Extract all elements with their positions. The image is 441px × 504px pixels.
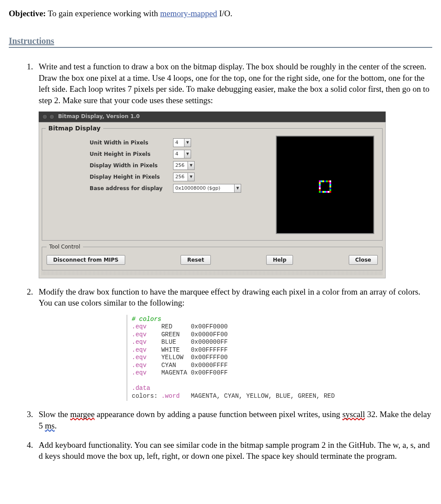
row-display-width: Display Width in Pixels 256 ▼: [90, 161, 271, 170]
select-value: 0x10008000 ($gp): [174, 185, 234, 192]
row-base-address: Base address for display 0x10008000 ($gp…: [90, 184, 271, 193]
select-display-height[interactable]: 256 ▼: [173, 173, 195, 181]
step-2: Modify the draw box function to have the…: [35, 286, 432, 401]
row-unit-height: Unit Height in Pixels 4 ▼: [90, 150, 271, 158]
step-3d: .: [54, 421, 57, 430]
tool-control-fieldset: Tool Control Disconnect from MIPS Reset …: [42, 243, 383, 270]
label-unit-width: Unit Width in Pixels: [90, 139, 173, 146]
window-title: Bitmap Display, Version 1.0: [58, 113, 140, 120]
step-3: Slow the margee appearance down by addin…: [35, 409, 432, 431]
chevron-down-icon: ▼: [184, 139, 191, 147]
step-1: Write and test a function to draw a box …: [35, 61, 432, 278]
bitmap-display-fieldset: Bitmap Display Unit Width in Pixels 4 ▼: [42, 124, 383, 241]
bitmap-display-window: Bitmap Display, Version 1.0 Bitmap Displ…: [39, 112, 386, 278]
chevron-down-icon: ▼: [184, 150, 191, 158]
settings-panel: Unit Width in Pixels 4 ▼ Unit Height in …: [46, 136, 271, 195]
window-body: Bitmap Display Unit Width in Pixels 4 ▼: [39, 122, 386, 278]
misspelling-margee: margee: [70, 410, 95, 419]
chevron-down-icon: ▼: [188, 162, 194, 169]
instructions-list: Write and test a function to draw a box …: [9, 61, 432, 462]
row-display-height: Display Height in Pixels 256 ▼: [90, 173, 271, 181]
step-3b: appearance down by adding a pause functi…: [94, 410, 342, 419]
chevron-down-icon: ▼: [188, 173, 194, 181]
help-button[interactable]: Help: [266, 255, 293, 265]
bitmap-display-legend: Bitmap Display: [46, 124, 103, 133]
step-4: Add keyboard functionality. You can see …: [35, 439, 432, 462]
chevron-down-icon: ▼: [234, 184, 241, 192]
objective-line: Objective: To gain experience working wi…: [9, 9, 432, 18]
label-base-address: Base address for display: [90, 185, 173, 192]
window-titlebar: Bitmap Display, Version 1.0: [39, 112, 386, 122]
memory-mapped-link[interactable]: memory-mapped: [160, 9, 217, 18]
objective-text-post: I/O.: [217, 9, 232, 18]
label-display-height: Display Height in Pixels: [90, 173, 173, 180]
step-4-text: Add keyboard functionality. You can see …: [39, 440, 430, 461]
select-value: 4: [174, 151, 184, 158]
step-1-text: Write and test a function to draw a box …: [39, 62, 430, 105]
code-block: # colors .eqv RED 0x00FF0000 .eqv GREEN …: [127, 315, 432, 401]
bitmap-canvas: [276, 136, 374, 234]
close-button[interactable]: Close: [349, 255, 378, 265]
label-display-width: Display Width in Pixels: [90, 162, 173, 169]
select-unit-height[interactable]: 4 ▼: [173, 150, 191, 158]
row-unit-width: Unit Width in Pixels 4 ▼: [90, 138, 271, 147]
grammar-ms: ms: [45, 421, 54, 430]
select-value: 4: [174, 140, 184, 146]
window-dot-icon: [49, 114, 54, 119]
objective-label: Objective:: [9, 9, 46, 18]
step-3a: Slow the: [39, 410, 70, 419]
instructions-heading: Instructions: [9, 36, 432, 48]
select-base-address[interactable]: 0x10008000 ($gp) ▼: [173, 184, 241, 193]
step-2-text: Modify the draw box function to have the…: [39, 287, 420, 308]
select-value: 256: [174, 174, 188, 180]
reset-button[interactable]: Reset: [181, 255, 210, 265]
tool-control-legend: Tool Control: [47, 243, 83, 250]
label-unit-height: Unit Height in Pixels: [90, 151, 173, 158]
window-dot-icon: [42, 114, 47, 119]
misspelling-syscall: syscall: [342, 410, 365, 419]
select-value: 256: [174, 162, 188, 169]
select-unit-width[interactable]: 4 ▼: [173, 138, 191, 147]
select-display-width[interactable]: 256 ▼: [173, 161, 195, 170]
disconnect-button[interactable]: Disconnect from MIPS: [47, 255, 125, 265]
objective-text-pre: To gain experience working with: [46, 9, 160, 18]
marquee-box-preview: [319, 180, 331, 193]
window-bottom-decoration: [42, 271, 383, 275]
